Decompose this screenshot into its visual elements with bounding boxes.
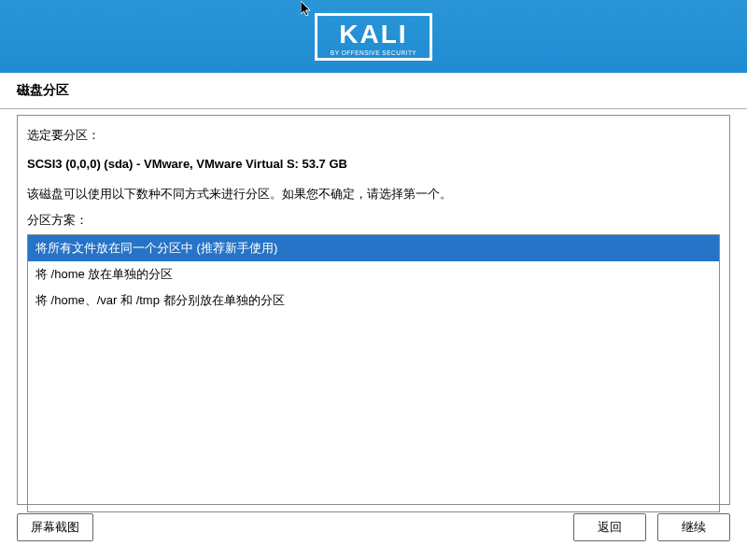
- screenshot-button[interactable]: 屏幕截图: [17, 513, 93, 541]
- logo-text: KALI: [331, 21, 416, 48]
- page-title: 磁盘分区: [0, 73, 747, 108]
- back-button[interactable]: 返回: [573, 513, 646, 541]
- prompt-label: 选定要分区：: [27, 127, 720, 144]
- kali-logo: KALI BY OFFENSIVE SECURITY: [315, 13, 432, 61]
- partition-scheme-list[interactable]: 将所有文件放在同一个分区中 (推荐新手使用)将 /home 放在单独的分区将 /…: [27, 234, 720, 512]
- partition-option-2[interactable]: 将 /home、/var 和 /tmp 都分别放在单独的分区: [28, 287, 719, 314]
- logo-tagline: BY OFFENSIVE SECURITY: [331, 49, 416, 56]
- scheme-label: 分区方案：: [27, 212, 720, 229]
- instruction-text: 该磁盘可以使用以下数种不同方式来进行分区。如果您不确定，请选择第一个。: [27, 186, 720, 203]
- selected-disk: SCSI3 (0,0,0) (sda) - VMware, VMware Vir…: [27, 157, 720, 171]
- continue-button[interactable]: 继续: [657, 513, 730, 541]
- partition-option-1[interactable]: 将 /home 放在单独的分区: [28, 261, 719, 287]
- divider: [0, 108, 747, 109]
- mouse-cursor-icon: [301, 1, 314, 20]
- main-panel: 选定要分区： SCSI3 (0,0,0) (sda) - VMware, VMw…: [17, 115, 730, 505]
- partition-option-0[interactable]: 将所有文件放在同一个分区中 (推荐新手使用): [28, 235, 719, 261]
- header-banner: KALI BY OFFENSIVE SECURITY: [0, 0, 747, 73]
- footer: 屏幕截图 返回 继续: [0, 500, 747, 560]
